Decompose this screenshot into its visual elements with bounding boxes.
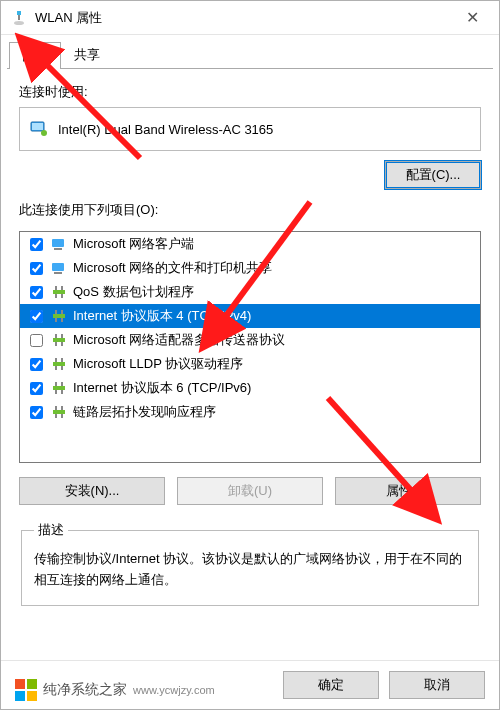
adapter-name: Intel(R) Dual Band Wireless-AC 3165: [58, 122, 273, 137]
svg-rect-30: [53, 386, 65, 390]
svg-rect-37: [61, 406, 63, 410]
watermark-name: 纯净系统之家: [43, 681, 127, 699]
description-group: 描述 传输控制协议/Internet 协议。该协议是默认的广域网络协议，用于在不…: [21, 521, 479, 606]
item-label: Internet 协议版本 6 (TCP/IPv6): [73, 379, 251, 397]
svg-rect-40: [15, 679, 25, 689]
svg-rect-35: [53, 410, 65, 414]
svg-rect-34: [61, 390, 63, 394]
wlan-properties-window: WLAN 属性 ✕ 网络 共享 连接时使用: Intel(R) Dual Ban…: [0, 0, 500, 710]
proto-icon: [51, 380, 67, 396]
proto-icon: [51, 356, 67, 372]
list-item[interactable]: Internet 协议版本 6 (TCP/IPv6): [20, 376, 480, 400]
properties-button[interactable]: 属性(R): [335, 477, 481, 505]
svg-rect-23: [55, 342, 57, 346]
item-label: 链路层拓扑发现响应程序: [73, 403, 216, 421]
item-checkbox[interactable]: [30, 310, 43, 323]
close-button[interactable]: ✕: [449, 2, 495, 34]
svg-rect-9: [54, 272, 62, 274]
svg-rect-0: [17, 11, 21, 15]
svg-rect-25: [53, 362, 65, 366]
svg-rect-27: [61, 358, 63, 362]
item-checkbox[interactable]: [30, 262, 43, 275]
titlebar: WLAN 属性 ✕: [1, 1, 499, 35]
svg-rect-29: [61, 366, 63, 370]
item-checkbox[interactable]: [30, 358, 43, 371]
svg-rect-33: [55, 390, 57, 394]
item-label: Microsoft 网络的文件和打印机共享: [73, 259, 272, 277]
uninstall-button: 卸载(U): [177, 477, 323, 505]
proto-icon: [51, 404, 67, 420]
list-action-buttons: 安装(N)... 卸载(U) 属性(R): [19, 477, 481, 505]
svg-rect-31: [55, 382, 57, 386]
list-item[interactable]: QoS 数据包计划程序: [20, 280, 480, 304]
item-label: Microsoft 网络适配器多路传送器协议: [73, 331, 285, 349]
item-checkbox[interactable]: [30, 382, 43, 395]
list-item[interactable]: Microsoft 网络的文件和打印机共享: [20, 256, 480, 280]
svg-rect-32: [61, 382, 63, 386]
svg-rect-1: [18, 15, 20, 20]
item-label: Microsoft LLDP 协议驱动程序: [73, 355, 243, 373]
item-label: QoS 数据包计划程序: [73, 283, 194, 301]
svg-rect-17: [61, 310, 63, 314]
list-item[interactable]: Microsoft 网络适配器多路传送器协议: [20, 328, 480, 352]
svg-rect-8: [52, 263, 64, 271]
svg-rect-16: [55, 310, 57, 314]
item-checkbox[interactable]: [30, 286, 43, 299]
window-title: WLAN 属性: [35, 9, 449, 27]
proto-icon: [51, 308, 67, 324]
list-item[interactable]: Microsoft LLDP 协议驱动程序: [20, 352, 480, 376]
svg-point-5: [41, 130, 47, 136]
watermark-url: www.ycwjzy.com: [133, 684, 215, 696]
svg-rect-12: [61, 286, 63, 290]
ok-button[interactable]: 确定: [283, 671, 379, 699]
item-label: Microsoft 网络客户端: [73, 235, 194, 253]
client-icon: [51, 236, 67, 252]
tab-sharing[interactable]: 共享: [61, 41, 113, 68]
description-text: 传输控制协议/Internet 协议。该协议是默认的广域网络协议，用于在不同的相…: [34, 549, 466, 591]
adapter-box: Intel(R) Dual Band Wireless-AC 3165: [19, 107, 481, 151]
configure-button[interactable]: 配置(C)...: [385, 161, 481, 189]
svg-rect-22: [61, 334, 63, 338]
client-icon: [51, 260, 67, 276]
svg-rect-6: [52, 239, 64, 247]
svg-rect-18: [55, 318, 57, 322]
watermark: 纯净系统之家 www.ycwjzy.com: [15, 679, 215, 701]
svg-rect-36: [55, 406, 57, 410]
list-item[interactable]: Internet 协议版本 4 (TCP/IPv4): [20, 304, 480, 328]
dialog-footer: 纯净系统之家 www.ycwjzy.com 确定 取消: [1, 660, 499, 709]
svg-rect-4: [32, 123, 43, 130]
description-legend: 描述: [34, 521, 68, 539]
item-checkbox[interactable]: [30, 238, 43, 251]
item-label: Internet 协议版本 4 (TCP/IPv4): [73, 307, 251, 325]
tabs: 网络 共享: [7, 41, 493, 69]
svg-rect-7: [54, 248, 62, 250]
svg-rect-14: [61, 294, 63, 298]
items-list-label: 此连接使用下列项目(O):: [19, 201, 481, 219]
content-panel: 连接时使用: Intel(R) Dual Band Wireless-AC 31…: [1, 69, 499, 660]
svg-rect-24: [61, 342, 63, 346]
svg-rect-39: [61, 414, 63, 418]
svg-rect-41: [27, 679, 37, 689]
svg-rect-20: [53, 338, 65, 342]
svg-rect-21: [55, 334, 57, 338]
cancel-button[interactable]: 取消: [389, 671, 485, 699]
monitor-network-icon: [30, 120, 48, 138]
tab-network[interactable]: 网络: [9, 42, 61, 69]
items-list[interactable]: Microsoft 网络客户端Microsoft 网络的文件和打印机共享QoS …: [19, 231, 481, 463]
svg-rect-43: [27, 691, 37, 701]
svg-point-2: [14, 21, 24, 25]
network-adapter-icon: [11, 10, 27, 26]
connect-using-label: 连接时使用:: [19, 83, 481, 101]
proto-icon: [51, 332, 67, 348]
svg-rect-15: [53, 314, 65, 318]
svg-rect-26: [55, 358, 57, 362]
svg-rect-28: [55, 366, 57, 370]
install-button[interactable]: 安装(N)...: [19, 477, 165, 505]
item-checkbox[interactable]: [30, 334, 43, 347]
list-item[interactable]: Microsoft 网络客户端: [20, 232, 480, 256]
proto-icon: [51, 284, 67, 300]
svg-rect-42: [15, 691, 25, 701]
item-checkbox[interactable]: [30, 406, 43, 419]
svg-rect-13: [55, 294, 57, 298]
list-item[interactable]: 链路层拓扑发现响应程序: [20, 400, 480, 424]
